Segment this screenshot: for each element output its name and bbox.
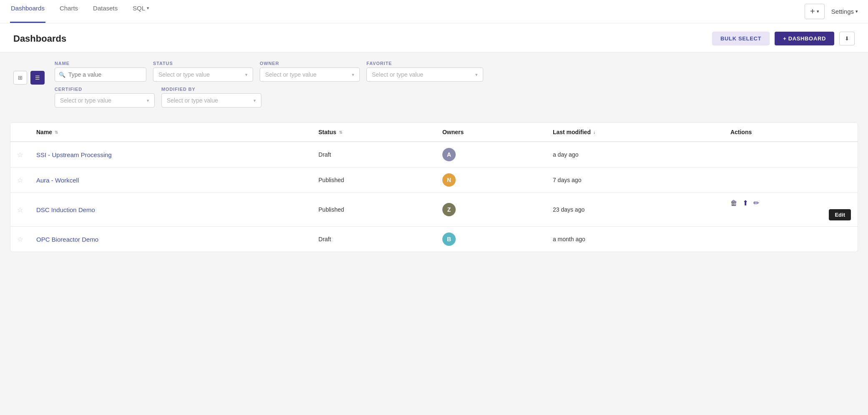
actions-cell bbox=[724, 142, 858, 168]
table-row: ☆DSC Induction DemoPublishedZ23 days ago… bbox=[10, 193, 858, 227]
favorite-star[interactable]: ☆ bbox=[17, 151, 23, 158]
status-cell: Draft bbox=[312, 227, 436, 252]
add-button[interactable]: + ▾ bbox=[805, 4, 825, 19]
name-sort-header[interactable]: Name ⇅ bbox=[36, 129, 305, 135]
nav-item-sql[interactable]: SQL ▾ bbox=[132, 0, 150, 23]
edit-button[interactable]: ✏ bbox=[753, 199, 759, 208]
export-dashboard-button[interactable]: ⬆ bbox=[743, 199, 748, 208]
top-nav: Dashboards Charts Datasets SQL ▾ + ▾ Set… bbox=[0, 0, 868, 23]
name-input-wrap: 🔍 bbox=[55, 68, 146, 82]
grid-view-button[interactable]: ⊞ bbox=[13, 71, 27, 85]
grid-icon: ⊞ bbox=[18, 75, 23, 81]
name-cell: OPC Bioreactor Demo bbox=[30, 227, 312, 252]
tooltip-label: Edit bbox=[829, 209, 851, 220]
list-view-button[interactable]: ☰ bbox=[30, 71, 45, 85]
th-last-modified[interactable]: Last modified ↓ bbox=[546, 123, 724, 142]
table-header: Name ⇅ Status ⇅ Owners Last modified bbox=[10, 123, 858, 142]
search-icon: 🔍 bbox=[59, 72, 65, 78]
status-cell: Draft bbox=[312, 142, 436, 168]
header-actions: BULK SELECT + DASHBOARD ⬇ bbox=[712, 32, 855, 45]
sql-dropdown-arrow: ▾ bbox=[147, 5, 149, 11]
owner-filter-label: OWNER bbox=[260, 61, 360, 66]
settings-dropdown-arrow: ▾ bbox=[855, 9, 858, 14]
name-filter-input[interactable] bbox=[55, 68, 146, 82]
th-actions: Actions bbox=[724, 123, 858, 142]
owner-chevron-icon: ▾ bbox=[352, 72, 354, 78]
nav-item-charts[interactable]: Charts bbox=[59, 0, 79, 23]
favorite-cell: ☆ bbox=[10, 193, 30, 227]
status-filter-group: STATUS Select or type value ▾ bbox=[153, 61, 253, 82]
action-buttons: 🗑 ⬆ ✏ bbox=[730, 199, 759, 208]
last-modified-cell: 7 days ago bbox=[546, 168, 724, 193]
export-icon: ⬇ bbox=[845, 35, 849, 42]
dashboard-name-link[interactable]: DSC Induction Demo bbox=[36, 206, 95, 213]
last-modified-sort-icon: ↓ bbox=[593, 130, 595, 135]
favorite-filter-label: FAVORITE bbox=[366, 61, 483, 66]
status-sort-icon: ⇅ bbox=[339, 130, 342, 135]
page-title: Dashboards bbox=[13, 33, 66, 44]
name-cell: SSI - Upstream Processing bbox=[30, 142, 312, 168]
last-modified-cell: a day ago bbox=[546, 142, 724, 168]
filter-row-1: NAME 🔍 STATUS Select or type value ▾ OWN… bbox=[55, 61, 855, 82]
favorite-star[interactable]: ☆ bbox=[17, 206, 23, 213]
owners-cell: A bbox=[436, 142, 546, 168]
certified-filter-group: CERTIFIED Select or type value ▾ bbox=[55, 87, 155, 108]
bulk-select-button[interactable]: BULK SELECT bbox=[712, 32, 770, 45]
certified-filter-label: CERTIFIED bbox=[55, 87, 155, 92]
dashboard-name-link[interactable]: Aura - Workcell bbox=[36, 177, 79, 184]
dashboard-name-link[interactable]: SSI - Upstream Processing bbox=[36, 151, 112, 158]
edit-tooltip: Edit bbox=[829, 209, 851, 220]
status-cell: Published bbox=[312, 168, 436, 193]
filters-container: NAME 🔍 STATUS Select or type value ▾ OWN… bbox=[55, 61, 855, 108]
name-sort-icon: ⇅ bbox=[55, 130, 58, 135]
certified-filter-select[interactable]: Select or type value ▾ bbox=[55, 93, 155, 108]
owner-filter-select[interactable]: Select or type value ▾ bbox=[260, 68, 360, 82]
owner-avatar: A bbox=[442, 148, 456, 161]
th-owners: Owners bbox=[436, 123, 546, 142]
export-button[interactable]: ⬇ bbox=[839, 32, 855, 45]
th-favorite bbox=[10, 123, 30, 142]
status-sort-header[interactable]: Status ⇅ bbox=[319, 129, 429, 135]
owners-cell: Z bbox=[436, 193, 546, 227]
table-header-row: Name ⇅ Status ⇅ Owners Last modified bbox=[10, 123, 858, 142]
table-row: ☆Aura - WorkcellPublishedN7 days ago bbox=[10, 168, 858, 193]
status-cell: Published bbox=[312, 193, 436, 227]
nav-item-datasets[interactable]: Datasets bbox=[92, 0, 118, 23]
plus-dropdown-arrow: ▾ bbox=[817, 9, 819, 14]
nav-item-dashboards[interactable]: Dashboards bbox=[10, 0, 45, 23]
favorite-star[interactable]: ☆ bbox=[17, 236, 23, 243]
owner-avatar: Z bbox=[442, 203, 456, 216]
th-status[interactable]: Status ⇅ bbox=[312, 123, 436, 142]
favorite-cell: ☆ bbox=[10, 168, 30, 193]
th-name[interactable]: Name ⇅ bbox=[30, 123, 312, 142]
delete-button[interactable]: 🗑 bbox=[730, 199, 738, 208]
favorite-cell: ☆ bbox=[10, 227, 30, 252]
status-filter-select[interactable]: Select or type value ▾ bbox=[153, 68, 253, 82]
certified-chevron-icon: ▾ bbox=[147, 98, 149, 103]
nav-left: Dashboards Charts Datasets SQL ▾ bbox=[10, 0, 150, 23]
owner-avatar: N bbox=[442, 173, 456, 187]
page-header: Dashboards BULK SELECT + DASHBOARD ⬇ bbox=[0, 23, 868, 52]
view-toggle-group: ⊞ ☰ bbox=[13, 61, 45, 85]
favorite-cell: ☆ bbox=[10, 142, 30, 168]
owner-filter-group: OWNER Select or type value ▾ bbox=[260, 61, 360, 82]
status-chevron-icon: ▾ bbox=[245, 72, 248, 78]
actions-cell: 🗑 ⬆ ✏ Edit bbox=[724, 193, 858, 227]
favorite-filter-select[interactable]: Select or type value ▾ bbox=[366, 68, 483, 82]
last-modified-sort-header[interactable]: Last modified ↓ bbox=[553, 129, 717, 135]
filter-area: ⊞ ☰ NAME 🔍 STATUS Select or type value ▾ bbox=[0, 52, 868, 116]
settings-button[interactable]: Settings ▾ bbox=[831, 8, 858, 15]
list-icon: ☰ bbox=[35, 75, 40, 81]
actions-cell bbox=[724, 168, 858, 193]
dashboard-name-link[interactable]: OPC Bioreactor Demo bbox=[36, 236, 98, 243]
last-modified-cell: a month ago bbox=[546, 227, 724, 252]
name-cell: DSC Induction Demo bbox=[30, 193, 312, 227]
modified-by-filter-label: MODIFIED BY bbox=[161, 87, 261, 92]
modified-by-chevron-icon: ▾ bbox=[253, 98, 256, 103]
modified-by-filter-select[interactable]: Select or type value ▾ bbox=[161, 93, 261, 108]
favorite-chevron-icon: ▾ bbox=[475, 72, 478, 78]
filter-row-2: CERTIFIED Select or type value ▾ MODIFIE… bbox=[55, 87, 855, 108]
add-dashboard-button[interactable]: + DASHBOARD bbox=[775, 32, 834, 45]
dashboards-table-container: Name ⇅ Status ⇅ Owners Last modified bbox=[10, 122, 858, 252]
favorite-star[interactable]: ☆ bbox=[17, 177, 23, 184]
